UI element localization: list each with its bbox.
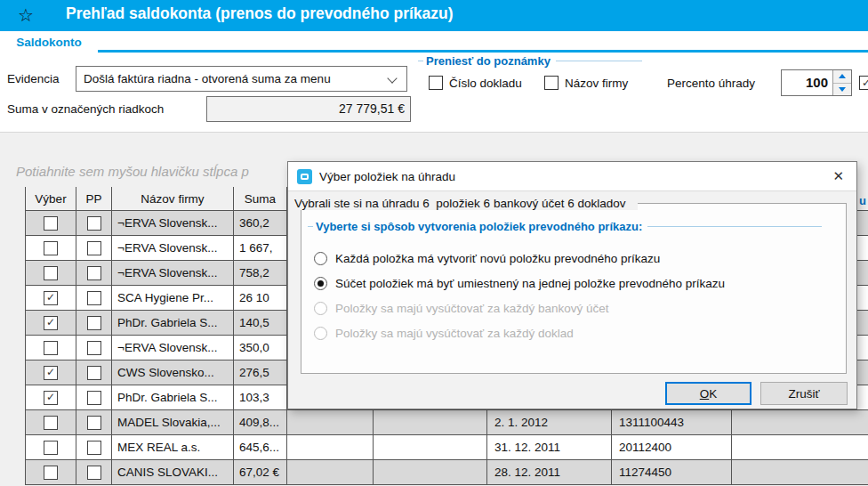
hidden-column-header-fragment: u xyxy=(859,194,866,207)
suma-cell[interactable]: 67,02 € xyxy=(234,460,287,484)
radio-label: Položky sa majú vysúčtovať za každý dokl… xyxy=(335,327,574,340)
column-header[interactable]: Názov firmy xyxy=(112,187,234,210)
suma-cell[interactable]: 758,2 xyxy=(234,261,287,285)
cislo-dokladu-cell[interactable]: 1311100443 xyxy=(612,410,732,434)
cislo-dokladu-cell[interactable]: 11274450 xyxy=(612,460,732,484)
suma-cell[interactable]: 350,0 xyxy=(234,336,287,360)
table-row: MADEL Slovakia,...409,8...2. 1. 20121311… xyxy=(25,410,868,435)
pp-checkbox[interactable] xyxy=(87,216,101,231)
vyber-checkbox[interactable]: ✓ xyxy=(44,366,58,380)
group-border-line xyxy=(556,61,642,61)
vyber-checkbox[interactable]: ✓ xyxy=(44,291,58,305)
empty-cell xyxy=(732,435,868,459)
edge-checkbox[interactable]: ✓ xyxy=(859,76,868,90)
preniest-group-title: Preniesť do poznámky xyxy=(426,54,551,68)
options-group-title: Vyberte si spôsob vytvorenia položiek pr… xyxy=(316,220,642,233)
nazov-firmy-cell[interactable]: CANIS SLOVAKI... xyxy=(112,460,234,484)
checkbox-icon xyxy=(429,76,443,90)
checkbox-label: Číslo dokladu xyxy=(449,77,522,90)
empty-cell xyxy=(287,435,374,459)
spinner-down-button[interactable] xyxy=(833,84,851,96)
table-row: MEX REAL a.s.645,6...31. 12. 20112011240… xyxy=(25,435,868,460)
vyber-checkbox[interactable] xyxy=(44,466,58,480)
vyber-checkbox[interactable] xyxy=(44,341,58,355)
radio-icon xyxy=(314,302,327,315)
pp-checkbox[interactable] xyxy=(87,391,101,405)
radio-option[interactable]: Každá položka má vytvoriť novú položku p… xyxy=(314,251,660,265)
preniest-group-header: Preniesť do poznámky xyxy=(418,53,642,68)
pp-checkbox[interactable] xyxy=(87,441,101,455)
dialog-title-bar[interactable]: Výber položiek na úhradu ✕ xyxy=(288,162,856,191)
nazov-firmy-cell[interactable]: MEX REAL a.s. xyxy=(112,435,234,459)
tab-saldokonto[interactable]: Saldokonto xyxy=(0,31,98,53)
dialog-title: Výber položiek na úhradu xyxy=(319,170,455,183)
group-border-dash xyxy=(418,61,423,61)
vyber-checkbox[interactable] xyxy=(44,441,58,455)
pp-checkbox[interactable] xyxy=(87,241,101,255)
radio-icon xyxy=(314,252,327,265)
pp-checkbox[interactable] xyxy=(87,366,101,380)
suma-cell[interactable]: 276,5 xyxy=(234,360,287,385)
empty-cell xyxy=(374,410,487,434)
empty-cell xyxy=(374,435,487,459)
percento-spinner[interactable]: 100 xyxy=(781,69,852,96)
nazov-firmy-cell[interactable]: MADEL Slovakia,... xyxy=(112,410,234,434)
suma-cell[interactable]: 409,8... xyxy=(234,410,287,434)
window-title: Prehľad saldokonta (prenos do prevodného… xyxy=(66,4,454,23)
suma-cell[interactable]: 1 667, xyxy=(234,236,287,260)
radio-icon xyxy=(314,277,327,290)
empty-cell xyxy=(732,460,868,484)
nazov-firmy-cell[interactable]: ¬ERVA Slovensk... xyxy=(112,211,234,235)
column-header[interactable]: Výber xyxy=(26,187,76,210)
vyber-checkbox[interactable] xyxy=(44,266,58,280)
suma-cell[interactable]: 140,5 xyxy=(234,311,287,335)
pp-checkbox[interactable] xyxy=(87,266,101,280)
spinner-up-button[interactable] xyxy=(833,70,851,84)
star-icon[interactable]: ☆ xyxy=(18,4,34,26)
column-header[interactable]: Suma xyxy=(234,187,287,210)
pp-checkbox[interactable] xyxy=(87,466,101,480)
vyber-poloziek-dialog: Výber položiek na úhradu ✕ Vybrali ste s… xyxy=(287,161,857,409)
datum-cell[interactable]: 31. 12. 2011 xyxy=(487,435,612,459)
suma-cell[interactable]: 26 10 xyxy=(234,286,287,310)
chevron-down-icon xyxy=(387,73,397,83)
radio-option[interactable]: Súčet položiek má byť umiestnený na jedn… xyxy=(314,276,725,290)
empty-cell xyxy=(732,410,868,434)
nazov-firmy-cell[interactable]: PhDr. Gabriela S... xyxy=(112,311,234,335)
pp-checkbox[interactable] xyxy=(87,316,101,330)
close-icon[interactable]: ✕ xyxy=(829,168,848,184)
nazov-firmy-cell[interactable]: CWS Slovensko... xyxy=(112,360,234,385)
checkbox-nazov-firmy[interactable]: Názov firmy xyxy=(544,76,628,90)
evidencia-label: Evidencia xyxy=(7,72,60,85)
nazov-firmy-cell[interactable]: PhDr. Gabriela S... xyxy=(112,385,234,409)
column-header[interactable]: PP xyxy=(76,187,112,210)
tab-underline xyxy=(98,50,868,53)
suma-cell[interactable]: 360,2 xyxy=(234,211,287,235)
nazov-firmy-cell[interactable]: ¬ERVA Slovensk... xyxy=(112,336,234,360)
evidencia-dropdown[interactable]: Došlá faktúra riadna - otvorená suma za … xyxy=(76,66,407,92)
vyber-checkbox[interactable]: ✓ xyxy=(44,391,58,405)
nazov-firmy-cell[interactable]: ¬ERVA Slovensk... xyxy=(112,236,234,260)
pp-checkbox[interactable] xyxy=(87,416,101,430)
options-group-header: Vyberte si spôsob vytvorenia položiek pr… xyxy=(308,219,822,233)
checkbox-cislo-dokladu[interactable]: Číslo dokladu xyxy=(429,76,522,90)
pp-checkbox[interactable] xyxy=(87,291,101,305)
nazov-firmy-cell[interactable]: SCA Hygiene Pr... xyxy=(112,286,234,310)
vyber-checkbox[interactable] xyxy=(44,216,58,231)
group-by-hint: Potiahnite sem myšou hlavičku stĺpca p xyxy=(16,164,249,179)
nazov-firmy-cell[interactable]: ¬ERVA Slovensk... xyxy=(112,261,234,285)
suma-cell[interactable]: 103,3 xyxy=(234,385,287,409)
vyber-checkbox[interactable]: ✓ xyxy=(44,316,58,330)
datum-cell[interactable]: 2. 1. 2012 xyxy=(487,410,612,434)
arrow-down-icon xyxy=(839,87,846,92)
ok-button[interactable]: OK xyxy=(665,382,751,405)
vyber-checkbox[interactable] xyxy=(44,241,58,255)
cislo-dokladu-cell[interactable]: 20112400 xyxy=(612,435,732,459)
vyber-checkbox[interactable] xyxy=(44,416,58,430)
pp-checkbox[interactable] xyxy=(87,341,101,355)
empty-cell xyxy=(374,460,487,484)
datum-cell[interactable]: 28. 12. 2011 xyxy=(487,460,612,484)
suma-cell[interactable]: 645,6... xyxy=(234,435,287,459)
cancel-button[interactable]: Zrušiť xyxy=(760,382,848,405)
evidencia-value: Došlá faktúra riadna - otvorená suma za … xyxy=(84,72,331,85)
